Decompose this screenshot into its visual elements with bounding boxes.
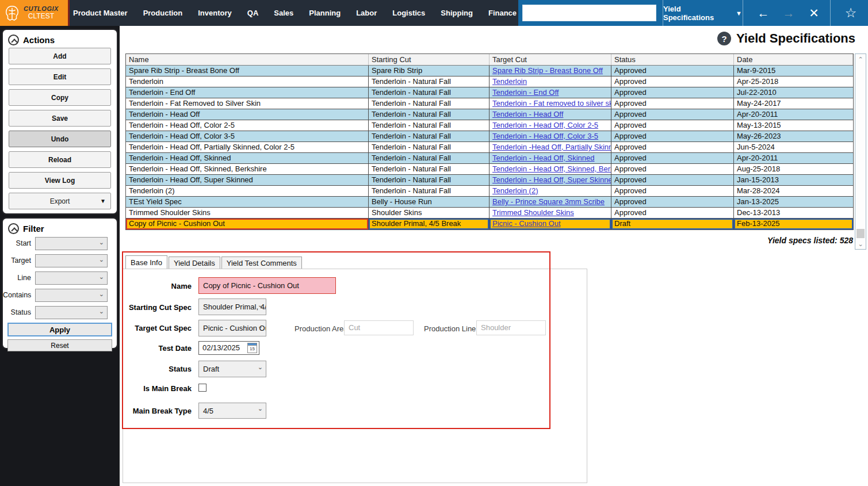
- cell-status[interactable]: Approved: [611, 120, 734, 131]
- target-cut-link[interactable]: Tenderloin - Head Off, Color 3-5: [492, 132, 598, 140]
- cell-date[interactable]: Dec-13-2013: [734, 208, 853, 218]
- cell-status[interactable]: Approved: [611, 109, 734, 120]
- tab-base-info[interactable]: Base Info: [125, 255, 167, 269]
- table-row[interactable]: Tenderloin - Head Off, Skinned, Berkshir…: [126, 164, 853, 175]
- search-input[interactable]: [522, 5, 656, 21]
- target-cut-link[interactable]: Tenderloin - Fat removed to silver skin: [492, 99, 611, 108]
- target-cut-link[interactable]: Tenderloin - End Off: [492, 88, 559, 97]
- add-button[interactable]: Add: [9, 48, 111, 64]
- target-cut-spec-select[interactable]: Picnic - Cushion Out ⌄: [198, 320, 266, 336]
- cell-status[interactable]: Approved: [611, 186, 734, 196]
- target-cut-link[interactable]: Tenderloin - Head Off, Skinned, Berkshir…: [492, 164, 611, 173]
- view-log-button[interactable]: View Log: [9, 172, 111, 189]
- filter-select-start[interactable]: ⌄: [35, 237, 108, 250]
- column-header-date[interactable]: Date: [734, 54, 853, 65]
- table-row[interactable]: Tenderloin - Head Off, Partially Skinned…: [126, 142, 853, 153]
- cell-name[interactable]: Copy of Picnic - Cushion Out: [126, 219, 369, 229]
- cell-starting-cut[interactable]: Tenderloin - Natural Fall: [369, 142, 490, 152]
- collapse-filter-icon[interactable]: [8, 223, 19, 234]
- target-cut-link[interactable]: Tenderloin: [492, 77, 527, 86]
- tab-yield-details[interactable]: Yield Details: [169, 257, 220, 269]
- name-input[interactable]: [198, 277, 336, 294]
- cell-starting-cut[interactable]: Tenderloin - Natural Fall: [369, 120, 490, 131]
- cell-name[interactable]: Tenderloin - End Off: [126, 87, 369, 98]
- scroll-up-icon[interactable]: ⌃: [855, 55, 866, 64]
- target-cut-link[interactable]: Tenderloin -Head Off, Partially Skinned,…: [492, 143, 611, 151]
- cell-name[interactable]: Tenderloin - Head Off, Color 2-5: [126, 120, 369, 131]
- menu-item-finance[interactable]: Finance: [488, 9, 517, 17]
- cell-name[interactable]: Tenderloin - Fat Removed to Silver Skin: [126, 98, 369, 109]
- cell-date[interactable]: May-26-2023: [734, 131, 853, 141]
- undo-button[interactable]: Undo: [9, 131, 111, 147]
- cell-name[interactable]: Trimmed Shoulder Skins: [126, 208, 369, 218]
- menu-item-logistics[interactable]: Logistics: [392, 9, 425, 17]
- cell-date[interactable]: Jan-15-2013: [734, 175, 853, 185]
- cell-starting-cut[interactable]: Tenderloin - Natural Fall: [369, 186, 490, 196]
- cell-starting-cut[interactable]: Tenderloin - Natural Fall: [369, 153, 490, 163]
- cell-date[interactable]: May-13-2015: [734, 120, 853, 131]
- starting-cut-spec-select[interactable]: Shoulder Primal, 4/5 Break ⌄: [198, 299, 266, 315]
- column-header-target-cut[interactable]: Target Cut: [490, 54, 611, 65]
- reload-button[interactable]: Reload: [9, 151, 111, 168]
- help-icon[interactable]: ?: [717, 32, 731, 45]
- column-header-name[interactable]: Name: [126, 54, 369, 65]
- save-button[interactable]: Save: [9, 110, 111, 127]
- scrollbar-thumb[interactable]: [856, 229, 865, 238]
- cell-date[interactable]: May-24-2017: [734, 98, 853, 109]
- target-cut-link[interactable]: Tenderloin - Head Off, Color 2-5: [492, 121, 598, 129]
- main-break-type-select[interactable]: 4/5 ⌄: [198, 403, 266, 419]
- page-selector-dropdown[interactable]: Yield Specifications ▼: [663, 0, 742, 26]
- cell-name[interactable]: Tenderloin - Head Off, Super Skinned: [126, 175, 369, 185]
- cell-name[interactable]: Tenderloin - Head Off, Partially Skinned…: [126, 142, 369, 152]
- cell-status[interactable]: Draft: [611, 219, 734, 229]
- cell-date[interactable]: Apr-25-2018: [734, 76, 853, 87]
- table-row[interactable]: Tenderloin - Fat Removed to Silver SkinT…: [126, 98, 853, 109]
- table-row[interactable]: Tenderloin - Head Off, Super SkinnedTend…: [126, 175, 853, 186]
- target-cut-link[interactable]: Tenderloin - Head Off: [492, 110, 563, 118]
- target-cut-link[interactable]: Tenderloin - Head Off, Super Skinned: [492, 175, 611, 184]
- cell-name[interactable]: Tenderloin (2): [126, 186, 369, 196]
- cell-status[interactable]: Approved: [611, 164, 734, 174]
- cell-date[interactable]: Aug-25-2018: [734, 164, 853, 174]
- menu-item-labor[interactable]: Labor: [356, 9, 377, 17]
- table-row[interactable]: TenderloinTenderloin - Natural FallTende…: [126, 76, 853, 87]
- cell-status[interactable]: Approved: [611, 87, 734, 98]
- column-header-starting-cut[interactable]: Starting Cut: [369, 54, 490, 65]
- cell-date[interactable]: Apr-20-2011: [734, 109, 853, 120]
- table-row[interactable]: Trimmed Shoulder SkinsShoulder SkinsTrim…: [126, 208, 853, 219]
- apply-filter-button[interactable]: Apply: [7, 323, 112, 336]
- cell-status[interactable]: Approved: [611, 76, 734, 87]
- menu-item-sales[interactable]: Sales: [274, 9, 293, 17]
- reset-filter-button[interactable]: Reset: [7, 339, 112, 351]
- export-button[interactable]: Export▼: [9, 193, 111, 209]
- copy-button[interactable]: Copy: [9, 89, 111, 106]
- close-button[interactable]: ✕: [801, 0, 827, 26]
- filter-select-contains[interactable]: ⌄: [35, 289, 108, 302]
- cell-date[interactable]: Feb-13-2025: [734, 219, 853, 229]
- collapse-actions-icon[interactable]: [8, 35, 19, 45]
- table-row[interactable]: Spare Rib Strip - Breast Bone OffSpare R…: [126, 66, 853, 76]
- filter-select-line[interactable]: ⌄: [35, 271, 108, 285]
- filter-select-status[interactable]: ⌄: [35, 306, 108, 319]
- cell-status[interactable]: Approved: [611, 98, 734, 109]
- menu-item-product-master[interactable]: Product Master: [73, 9, 128, 17]
- cell-status[interactable]: Approved: [611, 142, 734, 152]
- back-button[interactable]: ←: [751, 0, 776, 26]
- cell-status[interactable]: Approved: [611, 208, 734, 218]
- table-row[interactable]: Copy of Picnic - Cushion OutShoulder Pri…: [126, 219, 853, 229]
- cell-starting-cut[interactable]: Belly - House Run: [369, 197, 490, 207]
- table-row[interactable]: Tenderloin - Head Off, SkinnedTenderloin…: [126, 153, 853, 164]
- cell-starting-cut[interactable]: Tenderloin - Natural Fall: [369, 98, 490, 109]
- menu-item-shipping[interactable]: Shipping: [441, 9, 473, 17]
- cell-name[interactable]: Spare Rib Strip - Breast Bone Off: [126, 66, 369, 76]
- table-row[interactable]: Tenderloin (2)Tenderloin - Natural FallT…: [126, 186, 853, 197]
- forward-button[interactable]: →: [776, 0, 801, 26]
- target-cut-link[interactable]: Tenderloin - Head Off, Skinned: [492, 154, 595, 162]
- table-row[interactable]: Tenderloin - End OffTenderloin - Natural…: [126, 87, 853, 98]
- target-cut-link[interactable]: Picnic - Cushion Out: [492, 219, 561, 228]
- cell-starting-cut[interactable]: Tenderloin - Natural Fall: [369, 131, 490, 141]
- tab-yield-test-comments[interactable]: Yield Test Comments: [221, 257, 302, 269]
- cell-date[interactable]: Jul-22-2010: [734, 87, 853, 98]
- status-select[interactable]: Draft ⌄: [198, 361, 266, 377]
- cell-starting-cut[interactable]: Spare Rib Strip: [369, 66, 490, 76]
